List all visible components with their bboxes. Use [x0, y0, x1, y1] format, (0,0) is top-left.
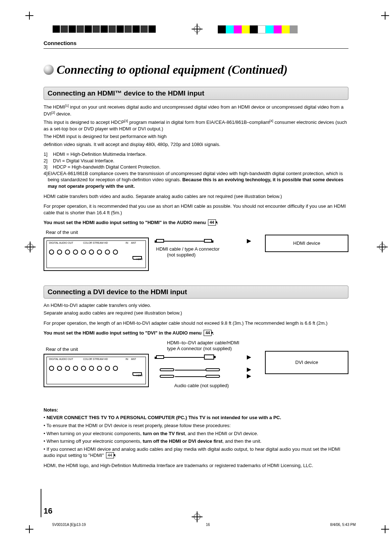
body-paragraph: For proper operation, the length of an H…	[44, 320, 348, 327]
arrow-icon	[247, 355, 251, 360]
rear-panel-icon: DIGITAL AUDIO OUT COLOR STREAM HD IN ANT…	[44, 354, 149, 387]
body-paragraph-bold: You must set the HDMI audio input settin…	[44, 330, 348, 336]
crop-mark-icon	[381, 525, 389, 533]
page-title: Connecting to optional equipment (Contin…	[44, 63, 348, 77]
crosshair-top-icon	[192, 24, 203, 35]
body-paragraph-bold: You must set the HDMI audio input settin…	[44, 219, 348, 226]
figure-dvi-connection: HDMI–to–DVI adapter cable/HDMI type A co…	[44, 340, 348, 398]
crop-mark-icon	[25, 12, 33, 20]
footer-date: 8/4/06, 5:43 PM	[330, 523, 356, 527]
section-header: Connections	[44, 40, 348, 49]
arrow-icon	[247, 374, 251, 378]
dvi-plug-icon	[204, 355, 214, 360]
audio-plug-icon	[205, 375, 220, 378]
rear-panel-icon: DIGITAL AUDIO OUT COLOR STREAM HD IN ANT…	[44, 238, 149, 271]
body-paragraph: For proper operation, it is recommended …	[44, 203, 348, 216]
hdmi-plug-icon	[156, 239, 164, 243]
arrow-icon	[247, 368, 251, 372]
section-heading-hdmi: Connecting an HDMI™ device to the HDMI i…	[44, 87, 348, 100]
arrow-icon	[247, 239, 251, 243]
caption-audio: Audio cable (not supplied)	[174, 383, 229, 388]
caption-rear: Rear of the unit	[46, 347, 78, 352]
crop-mark-icon	[381, 12, 389, 20]
dvi-device-box: DVI device	[265, 351, 348, 374]
footer-file: 5V00101A [E]p13-19	[52, 523, 86, 527]
hdmi-plug-icon	[156, 355, 164, 359]
body-paragraph: An HDMI-to-DVI adapter cable transfers o…	[44, 302, 348, 316]
registration-marks-left	[53, 25, 156, 33]
caption-rear: Rear of the unit	[46, 230, 78, 235]
title-text: Connecting to optional equipment (Contin…	[57, 63, 287, 76]
side-mark-left-icon	[25, 242, 36, 252]
caption-supplied: (not supplied)	[167, 252, 196, 258]
page-ref-icon: 44	[106, 452, 114, 458]
notes-block: Notes: • NEVER CONNECT THIS TV TO A PERS…	[44, 407, 348, 459]
body-paragraph: HDMI cable transfers both video and audi…	[44, 193, 348, 200]
audio-plug-icon	[160, 368, 174, 371]
body-paragraph: The HDMI[1] input on your unit receives …	[44, 104, 348, 147]
section-heading-dvi: Connecting a DVI device to the HDMI inpu…	[44, 285, 348, 299]
crop-mark-icon	[25, 525, 33, 533]
audio-plug-icon	[160, 375, 174, 378]
trademark-text: HDMI, the HDMI logo, and High-Definition…	[44, 462, 348, 469]
page-ref-icon: 44	[204, 330, 212, 336]
caption-cable: type A connector (not supplied)	[167, 346, 232, 351]
bullet-sphere-icon	[44, 65, 54, 75]
caption-cable: HDMI cable / type A connector	[156, 246, 220, 252]
hdmi-plug-icon	[204, 239, 212, 243]
registration-marks-right	[218, 25, 298, 33]
crosshair-bottom-icon	[192, 511, 203, 522]
page-number: 16	[44, 506, 52, 516]
definitions-list: 1]HDMI = High-Definition Multimedia Inte…	[44, 151, 348, 189]
print-footer: 5V00101A [E]p13-19 16 8/4/06, 5:43 PM	[52, 523, 356, 527]
figure-hdmi-connection: Rear of the unit DIGITAL AUDIO OUT COLOR…	[44, 230, 348, 277]
side-mark-right-icon	[377, 242, 388, 252]
page-number-bar	[41, 489, 41, 517]
audio-plug-icon	[205, 368, 220, 371]
footer-page: 16	[206, 523, 210, 527]
page-ref-icon: 44	[208, 219, 216, 226]
hdmi-device-box: HDMI device	[265, 235, 348, 252]
caption-cable: HDMI–to–DVI adapter cable/HDMI	[167, 340, 239, 345]
